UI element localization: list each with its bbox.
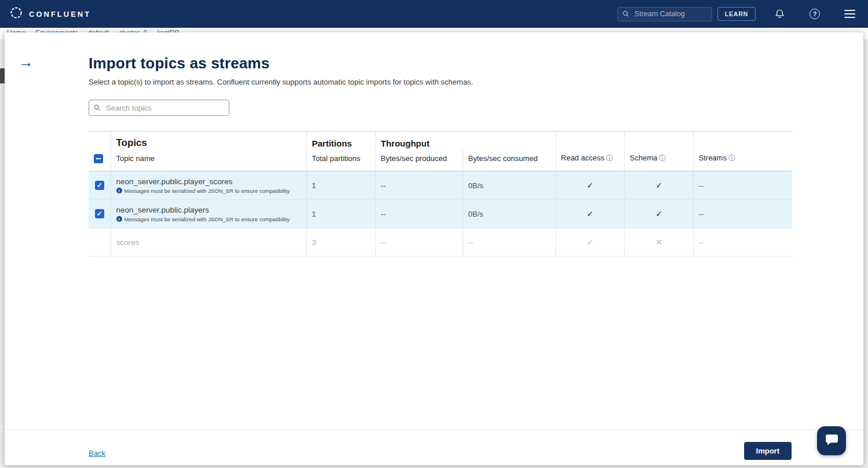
row-checkbox[interactable]: [95, 181, 104, 190]
serialization-note: i Messages must be serialized with JSON_…: [116, 188, 302, 194]
cell-topic-name: neon_server.public.player_scores i Messa…: [111, 171, 306, 200]
top-navbar: CONFLUENT LEARN ?: [0, 0, 868, 28]
group-header-partitions: Partitions: [306, 131, 375, 150]
notifications-bell-icon[interactable]: [774, 9, 785, 20]
row-checkbox-cell: [89, 171, 111, 200]
cross-icon: ✕: [655, 237, 662, 247]
cell-streams: --: [693, 228, 792, 257]
cell-bytes-consumed: 0B/s: [463, 171, 555, 200]
group-header-topics: Topics: [111, 131, 306, 150]
help-icon[interactable]: ?: [810, 9, 820, 19]
cell-bytes-produced: --: [375, 228, 463, 257]
learn-button[interactable]: LEARN: [717, 7, 756, 21]
check-icon: ✓: [655, 209, 662, 218]
chat-bubble-icon: [825, 433, 839, 449]
stream-catalog-search: [617, 7, 712, 21]
group-header-throughput: Throughput: [375, 131, 555, 150]
side-panel-handle: [0, 68, 5, 83]
check-icon: ✓: [587, 209, 594, 218]
check-icon: ✓: [587, 237, 594, 247]
select-all-cell: [89, 149, 111, 171]
page-title: Import topics as streams: [89, 54, 792, 72]
cell-partitions: 3: [306, 228, 375, 257]
col-header-bytes-consumed: Bytes/sec consumed: [463, 149, 555, 171]
cell-partitions: 1: [306, 200, 375, 228]
cell-partitions: 1: [306, 171, 375, 200]
header-spacer: [89, 131, 111, 150]
topics-table: Topics Partitions Throughput Topic name …: [89, 131, 792, 257]
search-icon: [622, 10, 630, 20]
info-icon[interactable]: ⓘ: [728, 154, 735, 162]
check-icon: ✓: [587, 181, 594, 190]
col-header-total-partitions: Total partitions: [306, 149, 375, 171]
cell-streams: --: [693, 171, 792, 200]
import-button[interactable]: Import: [744, 442, 792, 460]
check-icon: ✓: [655, 181, 662, 190]
cell-read-access: ✓: [555, 228, 624, 257]
cell-streams: --: [693, 200, 792, 228]
chat-widget-button[interactable]: [817, 426, 846, 455]
back-link[interactable]: Back: [89, 449, 105, 458]
cell-schema: ✓: [624, 171, 693, 200]
cell-topic-name: scores: [111, 228, 306, 257]
stream-catalog-input[interactable]: [617, 7, 712, 21]
col-header-bytes-produced: Bytes/sec produced: [375, 149, 463, 171]
cell-bytes-consumed: 0B/s: [463, 200, 555, 228]
brand-text: CONFLUENT: [29, 10, 91, 19]
cell-schema: ✕: [624, 228, 693, 257]
table-row: scores 3 -- -- ✓ ✕ --: [89, 228, 792, 257]
info-icon[interactable]: ⓘ: [659, 154, 666, 162]
info-icon[interactable]: ⓘ: [606, 154, 613, 162]
col-header-topic-name: Topic name: [111, 149, 306, 171]
col-header-streams: Streamsⓘ: [693, 149, 792, 171]
col-header-schema: Schemaⓘ: [624, 149, 693, 171]
serialization-note: i Messages must be serialized with JSON_…: [116, 216, 302, 222]
cell-topic-name: neon_server.public.players i Messages mu…: [111, 200, 306, 228]
cell-read-access: ✓: [555, 171, 624, 200]
info-icon: i: [116, 216, 122, 222]
col-header-read-access: Read accessⓘ: [555, 149, 624, 171]
topic-search-input[interactable]: [89, 100, 229, 116]
row-checkbox[interactable]: [95, 209, 104, 218]
cell-schema: ✓: [624, 200, 693, 228]
row-checkbox-cell: [89, 200, 111, 228]
import-topics-panel: → Import topics as streams Select a topi…: [5, 32, 863, 465]
confluent-logo[interactable]: CONFLUENT: [9, 6, 91, 22]
table-row[interactable]: neon_server.public.player_scores i Messa…: [89, 171, 792, 200]
confluent-mark-icon: [9, 6, 23, 22]
page-subtitle: Select a topic(s) to import as streams. …: [89, 78, 792, 86]
row-checkbox-cell: [89, 228, 111, 257]
menu-hamburger-icon[interactable]: [844, 10, 855, 18]
cell-read-access: ✓: [555, 200, 624, 228]
cell-bytes-produced: --: [375, 200, 463, 228]
table-row[interactable]: neon_server.public.players i Messages mu…: [89, 200, 792, 228]
panel-footer: Back Import: [5, 429, 863, 465]
topic-search: [89, 100, 229, 116]
search-icon: [93, 104, 101, 114]
cell-bytes-consumed: --: [463, 228, 555, 257]
select-all-checkbox[interactable]: [94, 154, 103, 163]
cell-bytes-produced: --: [375, 171, 463, 200]
info-icon: i: [116, 188, 122, 193]
collapse-panel-arrow-icon[interactable]: →: [19, 54, 34, 70]
